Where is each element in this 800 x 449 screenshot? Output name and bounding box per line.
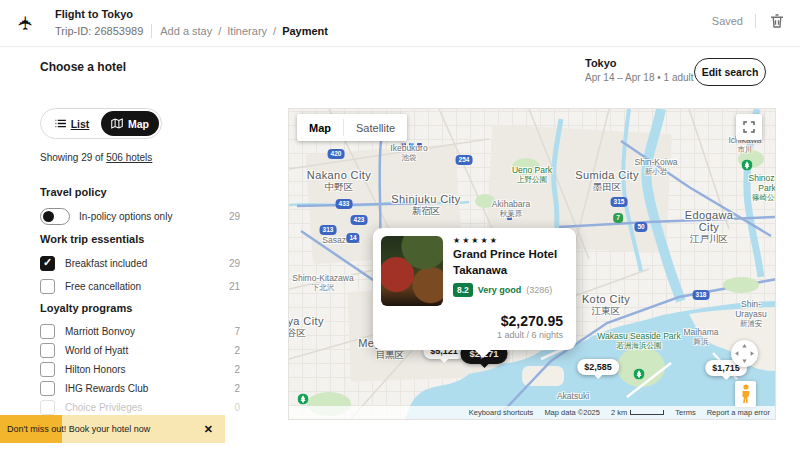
marriott-count: 7 [234, 326, 240, 337]
route-badge: 420 [328, 149, 345, 159]
map-icon [111, 118, 123, 129]
divider [755, 14, 756, 28]
scale-bar [630, 410, 664, 415]
marriott-label: Marriott Bonvoy [65, 326, 135, 337]
results-hotels-link[interactable]: 506 hotels [106, 152, 152, 163]
in-policy-label: In-policy options only [79, 211, 172, 222]
promo-banner: Don't miss out! Book your hotel now ✕ [0, 415, 225, 443]
in-policy-filter-row: In-policy options only 29 [40, 208, 240, 224]
terms-link[interactable]: Terms [675, 408, 695, 417]
hyatt-checkbox[interactable] [40, 343, 55, 358]
map-view-label: Map [128, 118, 149, 130]
saved-status: Saved [712, 15, 743, 27]
list-view-label: List [71, 118, 90, 130]
trash-icon[interactable] [768, 12, 786, 30]
free-cancellation-checkbox[interactable] [40, 279, 55, 294]
park-icon [634, 369, 645, 380]
breadcrumb-separator [218, 25, 221, 37]
free-cancellation-count: 21 [229, 281, 240, 292]
hotel-rating-row: 8.2 Very good (3286) [453, 283, 552, 297]
breakfast-label: Breakfast included [65, 258, 147, 269]
rating-score-badge: 8.2 [453, 283, 473, 297]
route-badge: 313 [320, 225, 337, 235]
route-badge: 433 [336, 199, 353, 209]
top-header: ✈ Flight to Tokyo Trip-ID: 26853989 Add … [0, 0, 800, 47]
pegman-street-view[interactable] [735, 381, 756, 407]
station-icon [417, 143, 422, 148]
hotel-stars: ★★★★★ [453, 236, 499, 245]
hotel-price: $2,270.95 [501, 313, 563, 329]
pegman-icon [740, 384, 752, 404]
map-scale: 2 km [611, 408, 664, 417]
list-icon [55, 119, 66, 128]
price-marker-2585[interactable]: $2,585 [577, 359, 619, 375]
report-map-error-link[interactable]: Report a map error [707, 408, 770, 417]
in-policy-toggle[interactable] [40, 208, 70, 225]
breakfast-count: 29 [229, 258, 240, 269]
breadcrumb-separator [273, 25, 276, 37]
hyatt-label: World of Hyatt [65, 345, 128, 356]
pan-control[interactable] [731, 340, 758, 367]
hilton-checkbox[interactable] [40, 362, 55, 377]
route-badge: 318 [693, 290, 710, 300]
route-badge: 315 [611, 197, 628, 207]
work-trip-heading: Work trip essentials [40, 233, 144, 245]
list-view-button[interactable]: List [43, 111, 101, 136]
hotel-card[interactable]: ★★★★★ Grand Prince Hotel Takanawa 8.2 Ve… [373, 228, 576, 350]
filter-row-free-cancellation: Free cancellation 21 [40, 278, 240, 294]
free-cancellation-label: Free cancellation [65, 281, 141, 292]
fullscreen-icon [743, 121, 755, 133]
filter-row-hyatt: World of Hyatt 2 [40, 342, 240, 358]
page-title: Choose a hotel [40, 60, 126, 74]
banner-close-icon[interactable]: ✕ [204, 423, 213, 436]
trip-title: Flight to Tokyo [55, 8, 133, 20]
breadcrumb: Add a stay Itinerary Payment [160, 25, 328, 37]
ihg-count: 2 [234, 383, 240, 394]
rating-review-count: (3286) [526, 285, 552, 295]
map-type-control: Map Satellite [297, 114, 407, 141]
route-badge: 423 [351, 215, 368, 225]
choice-checkbox[interactable] [40, 400, 55, 415]
park-icon [298, 394, 309, 405]
edit-search-button[interactable]: Edit search [694, 58, 766, 86]
map-data-label: Map data ©2025 [544, 408, 600, 417]
keyboard-shortcuts-link[interactable]: Keyboard shortcuts [469, 408, 534, 417]
route-badge: 14 [346, 233, 359, 243]
choice-label: Choice Privileges [65, 402, 142, 413]
breadcrumb-itinerary[interactable]: Itinerary [227, 25, 267, 37]
map-view-button[interactable]: Map [101, 111, 159, 136]
filter-row-marriott: Marriott Bonvoy 7 [40, 323, 240, 339]
scale-label: 2 km [611, 408, 627, 417]
park-icon [742, 160, 753, 171]
view-toggle: List Map [40, 108, 162, 139]
breadcrumb-add-a-stay[interactable]: Add a stay [160, 25, 212, 37]
breadcrumb-payment[interactable]: Payment [282, 25, 328, 37]
hilton-count: 2 [234, 364, 240, 375]
hotel-name-line2: Takanawa [453, 264, 507, 276]
breakfast-checkbox[interactable] [40, 256, 55, 271]
pan-arrows-icon [731, 340, 758, 367]
results-summary: Showing 29 of 506 hotels [40, 152, 152, 163]
travel-policy-heading: Travel policy [40, 186, 107, 198]
loyalty-heading: Loyalty programs [40, 302, 132, 314]
map-type-satellite-button[interactable]: Satellite [344, 122, 407, 134]
in-policy-count: 29 [229, 211, 240, 222]
fullscreen-button[interactable] [736, 114, 762, 140]
map-canvas[interactable]: Ikebukuro池袋 Nakano City中野区 Shinjuku City… [288, 108, 776, 420]
marriott-checkbox[interactable] [40, 324, 55, 339]
station-icon [409, 143, 414, 148]
trip-id: Trip-ID: 26853989 [55, 25, 143, 37]
ihg-checkbox[interactable] [40, 381, 55, 396]
route-badge: 50 [634, 222, 647, 232]
route-badge: 254 [456, 155, 473, 165]
choice-count: 0 [234, 402, 240, 413]
hyatt-count: 2 [234, 345, 240, 356]
map-type-map-button[interactable]: Map [297, 122, 343, 134]
airplane-icon: ✈ [14, 11, 38, 35]
ihg-label: IHG Rewards Club [65, 383, 148, 394]
map-attribution: Keyboard shortcuts Map data ©2025 2 km T… [289, 406, 775, 419]
hotel-name: Grand Prince Hotel Takanawa [453, 247, 557, 278]
dates-occupancy-label: Apr 14 – Apr 18 • 1 adult [585, 72, 694, 83]
hotel-photo [381, 236, 443, 306]
station-icon [401, 143, 406, 148]
